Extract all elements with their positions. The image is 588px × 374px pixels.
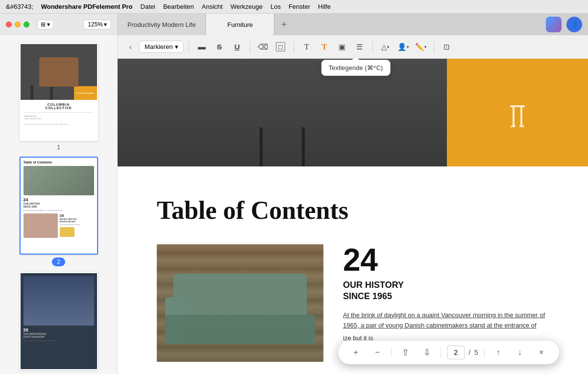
- highlight-icon: ▬: [198, 43, 206, 51]
- back-button[interactable]: ‹: [123, 40, 137, 54]
- text-button[interactable]: T: [299, 39, 315, 55]
- pdf-header-orange-section: [447, 59, 588, 166]
- eraser-button[interactable]: ⌫: [255, 39, 271, 55]
- menu-bar: &#63743; Wondershare PDFelement Pro Date…: [0, 0, 588, 14]
- pen-button[interactable]: ✏️ ▾: [413, 39, 429, 55]
- user-avatar[interactable]: 👤: [566, 17, 582, 32]
- zoom-level: 125%: [88, 21, 103, 28]
- tooltip: Textlegende (⌘^C): [321, 60, 391, 76]
- toc-entry-subtitle: OUR HISTORY SINCE 1965: [343, 280, 549, 303]
- sidebar: her umschreiben COLUMBIACOLLECTIVE INSPI…: [0, 35, 118, 374]
- plus-icon: +: [353, 348, 358, 357]
- eraser-icon: ⌫: [258, 43, 268, 51]
- separator-5: [434, 41, 434, 53]
- tooltip-text: Textlegende (⌘^C): [329, 64, 383, 71]
- thumb1-logo: COLUMBIACOLLECTIVE: [24, 103, 93, 110]
- maximize-window-button[interactable]: [24, 22, 29, 27]
- page-separator: /: [468, 349, 470, 356]
- layout-button[interactable]: ⊡: [439, 39, 455, 55]
- page-input[interactable]: [447, 346, 465, 359]
- menu-items: Datei Bearbeiten Ansicht Werkzeuge Los F…: [141, 3, 331, 10]
- note-button[interactable]: ☰: [352, 39, 368, 55]
- text-format-button[interactable]: T: [317, 39, 332, 55]
- menu-hilfe[interactable]: Hilfe: [318, 3, 331, 10]
- apple-menu[interactable]: &#63743;: [6, 3, 33, 10]
- thumbnail-label-2: 2: [52, 257, 65, 266]
- tab-productivity-label: Productivity Modern Life: [127, 21, 196, 28]
- fit-up-icon: ⇧: [402, 347, 409, 358]
- toolbar: ‹ Markieren ▾ ▬ S U ⌫ ◻: [118, 35, 588, 59]
- app-name: Wondershare PDFelement Pro: [41, 3, 133, 10]
- pdf-header-dark-section: [118, 59, 447, 166]
- strikethrough-button[interactable]: S: [212, 39, 227, 55]
- thumbnail-page-2[interactable]: Table of Contents 24 OUR HISTORY SINCE 1…: [6, 157, 111, 266]
- separator-3: [294, 41, 294, 53]
- menu-datei[interactable]: Datei: [141, 3, 155, 10]
- next-page-button[interactable]: ↓: [512, 345, 528, 360]
- fit-width-button[interactable]: ⇩: [419, 345, 435, 360]
- menu-bearbeiten[interactable]: Bearbeiten: [163, 3, 194, 10]
- pen-arrow-icon: ▾: [424, 45, 427, 49]
- toc-entry-description: At the brink of daylight on a quaint Van…: [343, 310, 549, 331]
- close-window-button[interactable]: [6, 22, 12, 27]
- sofa-visual: [157, 244, 323, 362]
- callout-button[interactable]: ▣ Textlegende (⌘^C): [334, 39, 350, 55]
- svg-rect-4: [519, 125, 524, 128]
- minimize-window-button[interactable]: [15, 22, 21, 27]
- content-area: Table of Contents: [118, 59, 588, 374]
- highlight-button[interactable]: ▬: [194, 39, 210, 55]
- thumb1-bottom: COLUMBIACOLLECTIVE INSPIRED BYTHE COLLEC…: [21, 100, 97, 140]
- thumbnail-page-1[interactable]: her umschreiben COLUMBIACOLLECTIVE INSPI…: [6, 43, 111, 151]
- menu-werkzeuge[interactable]: Werkzeuge: [230, 3, 263, 10]
- app-icon: [546, 17, 562, 32]
- add-tab-button[interactable]: +: [274, 14, 294, 35]
- zoom-out-button[interactable]: −: [369, 345, 385, 360]
- person-arrow-icon: ▾: [407, 45, 409, 49]
- thumbnail-container: her umschreiben COLUMBIACOLLECTIVE INSPI…: [0, 35, 117, 374]
- tab-furniture[interactable]: Furniture: [206, 14, 274, 35]
- chair-svg: [498, 88, 537, 137]
- fit-down-icon: ⇩: [423, 347, 431, 358]
- sidebar-view-button[interactable]: ⊞ ▾: [37, 20, 53, 29]
- zoom-in-button[interactable]: +: [348, 345, 364, 360]
- bottom-nav: + − ⇧ ⇩ / 5 ↑ ↓: [338, 341, 559, 364]
- sidebar-header: ⊞ ▾ 125% ▾: [0, 14, 118, 35]
- markieren-dropdown[interactable]: Markieren ▾: [139, 41, 184, 53]
- subtitle-line2: SINCE 1965: [343, 291, 549, 302]
- thumbnail-frame-3: 28 UNCOMPROMISINGCRAFTSMANSHIP Lorem ips…: [20, 272, 98, 370]
- traffic-lights: [6, 22, 29, 27]
- close-icon: ×: [539, 348, 543, 357]
- prev-page-button[interactable]: ↑: [490, 345, 506, 360]
- svg-rect-2: [520, 107, 522, 127]
- tab-bar-right: 👤: [545, 14, 588, 35]
- svg-rect-1: [513, 107, 514, 127]
- underline-button[interactable]: U: [229, 39, 245, 55]
- menu-fenster[interactable]: Fenster: [289, 3, 310, 10]
- fit-page-button[interactable]: ⇧: [397, 345, 413, 360]
- nav-separator-1: [391, 348, 392, 357]
- menu-ansicht[interactable]: Ansicht: [202, 3, 223, 10]
- zoom-button[interactable]: 125% ▾: [83, 20, 111, 29]
- thumbnail-frame-1: her umschreiben COLUMBIACOLLECTIVE INSPI…: [20, 43, 98, 141]
- menu-los[interactable]: Los: [270, 3, 281, 10]
- thumb2-pink-img: [24, 213, 58, 238]
- back-icon: ‹: [129, 43, 132, 51]
- note-icon: ☰: [356, 43, 363, 51]
- thumb3-top-img: [24, 276, 94, 326]
- underline-icon: U: [234, 43, 240, 51]
- main-layout: her umschreiben COLUMBIACOLLECTIVE INSPI…: [0, 35, 588, 374]
- thumbnail-page-3[interactable]: 28 UNCOMPROMISINGCRAFTSMANSHIP Lorem ips…: [6, 272, 111, 374]
- toc-entry-number: 24: [343, 244, 549, 276]
- app-icon-button[interactable]: [545, 16, 563, 33]
- table-legs-visual: [260, 127, 305, 166]
- close-nav-button[interactable]: ×: [534, 345, 549, 360]
- person-button[interactable]: 👤 ▾: [395, 39, 411, 55]
- separator-4: [372, 41, 373, 53]
- clear-button[interactable]: ◻: [273, 39, 289, 55]
- tab-productivity[interactable]: Productivity Modern Life: [118, 14, 206, 35]
- thumb1-divider: [24, 112, 93, 113]
- strikethrough-icon: S: [217, 43, 222, 51]
- clear-icon: ◻: [276, 42, 285, 51]
- toc-info: 24 OUR HISTORY SINCE 1965 At the brink o…: [343, 244, 549, 342]
- shape-button[interactable]: △ ▾: [378, 39, 393, 55]
